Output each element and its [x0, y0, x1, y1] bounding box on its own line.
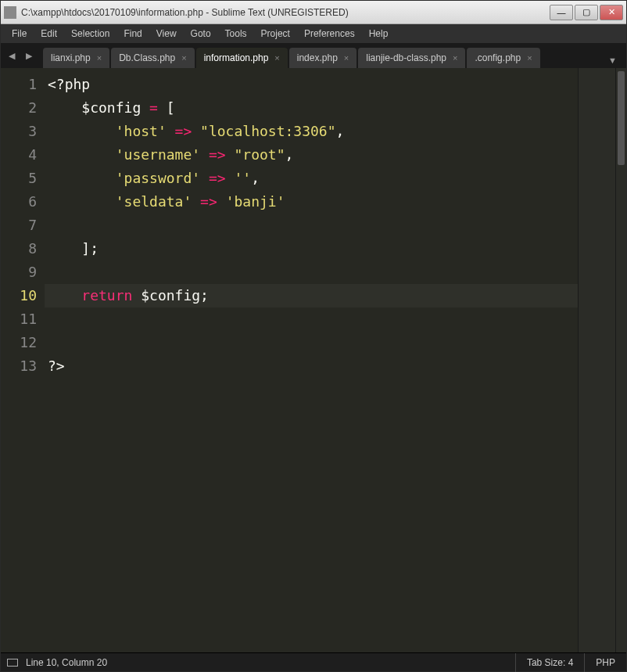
menu-preferences[interactable]: Preferences [298, 26, 361, 41]
tab-lianjie[interactable]: lianjie-db-class.php × [358, 48, 465, 68]
tab-size-selector[interactable]: Tab Size: 4 [515, 653, 584, 672]
tab-overflow-icon[interactable]: ▼ [602, 52, 623, 68]
code-line[interactable]: ]; [48, 237, 578, 261]
line-number: 6 [1, 190, 37, 214]
code-line[interactable]: 'password' => '', [48, 167, 578, 190]
line-number: 13 [1, 354, 37, 378]
menu-tools[interactable]: Tools [219, 26, 253, 41]
tab-label: information.php [204, 52, 269, 63]
menu-edit[interactable]: Edit [34, 26, 63, 41]
line-number: 7 [1, 214, 37, 237]
app-window: C:\xampp\htdocs\20170109\information.php… [0, 0, 627, 672]
editor-area: 12345678910111213 <?php $config = [ 'hos… [1, 68, 626, 652]
tab-nav: ◀ ▶ [4, 43, 37, 68]
close-icon[interactable]: × [274, 53, 279, 63]
code-line[interactable]: $config = [ [48, 96, 578, 120]
code-line[interactable] [48, 331, 578, 354]
tab-label: lianxi.php [51, 52, 91, 63]
line-number: 12 [1, 331, 37, 354]
line-number: 1 [1, 73, 37, 96]
window-controls: — ▢ ✕ [550, 5, 623, 20]
tab-label: .config.php [475, 52, 521, 63]
syntax-selector[interactable]: PHP [584, 653, 626, 672]
close-icon[interactable]: × [97, 53, 102, 63]
menu-view[interactable]: View [150, 26, 183, 41]
close-icon[interactable]: × [527, 53, 532, 63]
close-icon[interactable]: × [344, 53, 349, 63]
minimap[interactable] [578, 68, 615, 652]
line-number: 10 [1, 284, 37, 307]
tab-label: Db.Class.php [119, 52, 175, 63]
code-line[interactable]: 'username' => "root", [48, 143, 578, 167]
menu-goto[interactable]: Goto [185, 26, 217, 41]
tab-dbclass[interactable]: Db.Class.php × [111, 48, 194, 68]
menu-help[interactable]: Help [363, 26, 395, 41]
window-title: C:\xampp\htdocs\20170109\information.php… [21, 7, 550, 18]
tab-label: index.php [297, 52, 338, 63]
line-number: 5 [1, 167, 37, 190]
code-line[interactable] [48, 261, 578, 284]
code-editor[interactable]: <?php $config = [ 'host' => "localhost:3… [45, 68, 578, 652]
menu-selection[interactable]: Selection [65, 26, 116, 41]
tab-information[interactable]: information.php × [196, 48, 288, 68]
tab-lianxi[interactable]: lianxi.php × [43, 48, 109, 68]
menubar: File Edit Selection Find View Goto Tools… [1, 24, 626, 43]
line-number: 11 [1, 307, 37, 331]
code-line[interactable] [48, 214, 578, 237]
menu-project[interactable]: Project [255, 26, 296, 41]
close-icon[interactable]: × [181, 53, 186, 63]
statusbar-left: Line 10, Column 20 [1, 657, 515, 668]
line-number: 3 [1, 120, 37, 143]
statusbar: Line 10, Column 20 Tab Size: 4 PHP [1, 652, 626, 671]
code-line[interactable]: ?> [48, 354, 578, 378]
line-number: 4 [1, 143, 37, 167]
tab-prev-icon[interactable]: ◀ [4, 48, 20, 64]
code-line[interactable]: <?php [48, 73, 578, 96]
close-icon[interactable]: × [453, 53, 457, 63]
vertical-scrollbar[interactable] [615, 68, 626, 652]
maximize-button[interactable]: ▢ [575, 5, 598, 20]
tabbar: ◀ ▶ lianxi.php × Db.Class.php × informat… [1, 43, 626, 68]
statusbar-right: Tab Size: 4 PHP [515, 653, 626, 672]
menu-find[interactable]: Find [117, 26, 148, 41]
minimize-button[interactable]: — [550, 5, 573, 20]
tab-index[interactable]: index.php × [289, 48, 356, 68]
line-gutter: 12345678910111213 [1, 68, 45, 652]
line-number: 9 [1, 261, 37, 284]
menu-file[interactable]: File [5, 26, 33, 41]
tab-config[interactable]: .config.php × [467, 48, 539, 68]
code-line[interactable] [48, 307, 578, 331]
close-button[interactable]: ✕ [600, 5, 623, 20]
code-line[interactable]: 'host' => "localhost:3306", [48, 120, 578, 143]
code-line[interactable]: 'seldata' => 'banji' [48, 190, 578, 214]
tab-label: lianjie-db-class.php [366, 52, 446, 63]
tab-next-icon[interactable]: ▶ [21, 48, 37, 64]
app-icon [4, 6, 16, 19]
titlebar[interactable]: C:\xampp\htdocs\20170109\information.php… [1, 1, 626, 24]
line-number: 2 [1, 96, 37, 120]
cursor-position[interactable]: Line 10, Column 20 [26, 657, 107, 668]
scrollbar-thumb[interactable] [618, 71, 625, 165]
panel-switch-icon[interactable] [7, 659, 18, 667]
line-number: 8 [1, 237, 37, 261]
